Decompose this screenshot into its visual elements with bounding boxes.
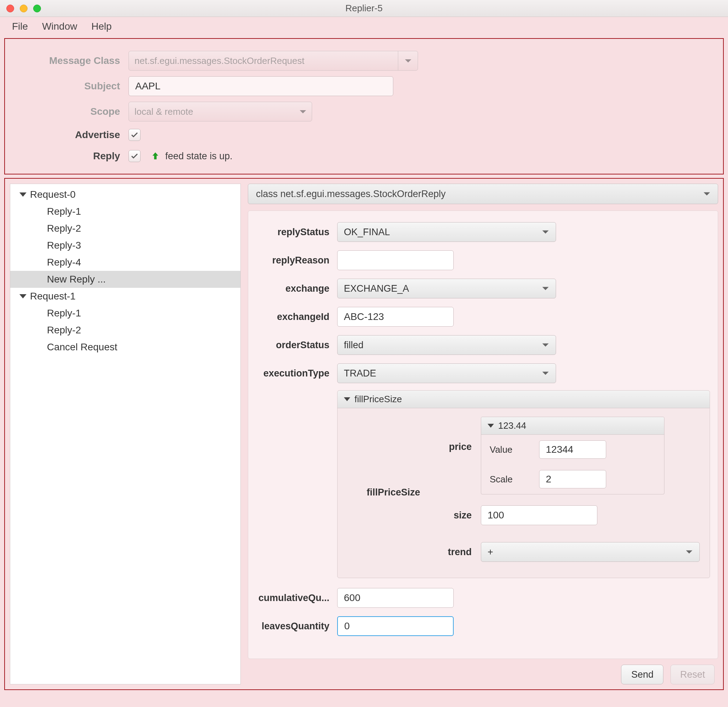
feed-status-text: feed state is up. xyxy=(165,151,233,162)
label-execution-type: executionType xyxy=(256,368,337,379)
label-leaves-quantity: leavesQuantity xyxy=(256,621,337,632)
tree-leaf[interactable]: Reply-1 xyxy=(10,203,240,220)
arrow-up-icon xyxy=(150,151,160,161)
window-controls xyxy=(6,4,41,12)
feed-status: feed state is up. xyxy=(150,151,233,162)
size-input[interactable] xyxy=(481,505,597,525)
reply-status-value: OK_FINAL xyxy=(344,227,390,238)
close-icon[interactable] xyxy=(6,4,14,12)
menu-help[interactable]: Help xyxy=(91,21,112,32)
chevron-down-icon xyxy=(542,287,549,290)
label-advertise: Advertise xyxy=(19,129,129,140)
price-scale-input[interactable] xyxy=(539,470,606,489)
chevron-down-icon xyxy=(19,192,26,197)
tree-leaf[interactable]: Reply-2 xyxy=(10,220,240,237)
check-icon xyxy=(130,152,139,160)
price-value-input[interactable] xyxy=(539,440,606,459)
exchange-select[interactable]: EXCHANGE_A xyxy=(337,279,556,298)
label-cumulative-quantity: cumulativeQu... xyxy=(256,593,337,603)
label-exchange: exchange xyxy=(256,283,337,294)
trend-select[interactable]: + xyxy=(481,542,700,562)
chevron-down-icon xyxy=(19,294,26,298)
execution-type-value: TRADE xyxy=(344,368,376,379)
request-tree[interactable]: Request-0Reply-1Reply-2Reply-3Reply-4New… xyxy=(10,184,241,684)
tree-leaf[interactable]: Cancel Request xyxy=(10,339,240,356)
minimize-icon[interactable] xyxy=(20,4,27,12)
order-status-value: filled xyxy=(344,340,364,351)
reply-checkbox[interactable] xyxy=(129,150,140,162)
chevron-down-icon xyxy=(542,231,549,234)
tree-leaf[interactable]: New Reply ... xyxy=(10,271,240,288)
price-card: 123.44 Value Scale xyxy=(481,417,664,494)
label-price: price xyxy=(429,417,472,453)
chevron-down-icon xyxy=(542,344,549,347)
group-title: fillPriceSize xyxy=(354,394,402,405)
advertise-checkbox[interactable] xyxy=(129,129,140,141)
menu-window[interactable]: Window xyxy=(42,21,77,32)
message-class-combo[interactable]: net.sf.egui.messages.StockOrderRequest xyxy=(129,51,418,71)
price-display: 123.44 xyxy=(498,420,526,431)
fill-price-size-group: fillPriceSize fillPriceSize price xyxy=(337,390,710,578)
titlebar: Replier-5 xyxy=(0,0,728,17)
order-status-select[interactable]: filled xyxy=(337,335,556,355)
tree-leaf[interactable]: Reply-4 xyxy=(10,254,240,271)
label-scope: Scope xyxy=(19,106,129,117)
zoom-icon[interactable] xyxy=(33,4,41,12)
fill-price-size-group-header[interactable]: fillPriceSize xyxy=(338,390,710,408)
check-icon xyxy=(130,131,139,139)
label-scale: Scale xyxy=(490,474,529,485)
trend-value: + xyxy=(488,547,493,558)
label-message-class: Message Class xyxy=(19,55,129,67)
footer: Send Reset xyxy=(248,659,718,684)
tree-node-label: Request-1 xyxy=(30,291,75,302)
menu-file[interactable]: File xyxy=(12,21,28,32)
exchange-value: EXCHANGE_A xyxy=(344,283,409,294)
label-reply: Reply xyxy=(19,150,129,162)
exchange-id-input[interactable] xyxy=(337,307,454,327)
tree-leaf[interactable]: Reply-3 xyxy=(10,237,240,254)
fields-panel: replyStatus OK_FINAL replyReason exchang… xyxy=(248,211,718,659)
execution-type-select[interactable]: TRADE xyxy=(337,363,556,383)
label-trend: trend xyxy=(429,547,472,558)
chevron-down-icon xyxy=(542,372,549,375)
scope-value: local & remote xyxy=(134,106,193,117)
window-title: Replier-5 xyxy=(0,3,728,14)
label-value: Value xyxy=(490,444,529,455)
tree-node-label: Request-0 xyxy=(30,189,75,200)
chevron-down-icon xyxy=(686,551,692,554)
config-panel: Message Class net.sf.egui.messages.Stock… xyxy=(4,38,724,175)
label-subject: Subject xyxy=(19,81,129,92)
label-size: size xyxy=(429,510,472,521)
label-exchange-id: exchangeId xyxy=(256,311,337,322)
label-reply-status: replyStatus xyxy=(256,227,337,238)
chevron-down-icon xyxy=(703,192,710,196)
reply-reason-input[interactable] xyxy=(337,250,454,270)
class-selector-value: class net.sf.egui.messages.StockOrderRep… xyxy=(256,189,446,200)
tree-node[interactable]: Request-0 xyxy=(10,186,240,203)
reply-status-select[interactable]: OK_FINAL xyxy=(337,222,556,242)
editor-panel: Request-0Reply-1Reply-2Reply-3Reply-4New… xyxy=(4,178,724,690)
tree-leaf[interactable]: Reply-1 xyxy=(10,305,240,322)
chevron-down-icon xyxy=(488,424,494,428)
reply-editor: class net.sf.egui.messages.StockOrderRep… xyxy=(248,184,718,684)
chevron-down-icon xyxy=(300,110,306,113)
chevron-down-icon xyxy=(344,397,350,401)
reset-button[interactable]: Reset xyxy=(670,665,715,684)
label-fill-price-size: fillPriceSize xyxy=(346,487,420,498)
message-class-value: net.sf.egui.messages.StockOrderRequest xyxy=(134,55,304,67)
tree-node[interactable]: Request-1 xyxy=(10,288,240,305)
cumulative-quantity-input[interactable] xyxy=(337,588,454,608)
subject-input[interactable] xyxy=(129,76,393,96)
tree-leaf[interactable]: Reply-2 xyxy=(10,322,240,339)
class-selector[interactable]: class net.sf.egui.messages.StockOrderRep… xyxy=(248,184,718,204)
send-button[interactable]: Send xyxy=(621,665,663,684)
menubar: File Window Help xyxy=(0,17,728,36)
scope-combo[interactable]: local & remote xyxy=(129,102,312,121)
label-order-status: orderStatus xyxy=(256,340,337,351)
chevron-down-icon[interactable] xyxy=(398,51,417,70)
price-card-header[interactable]: 123.44 xyxy=(481,417,664,435)
leaves-quantity-input[interactable] xyxy=(337,616,454,636)
label-reply-reason: replyReason xyxy=(256,255,337,266)
